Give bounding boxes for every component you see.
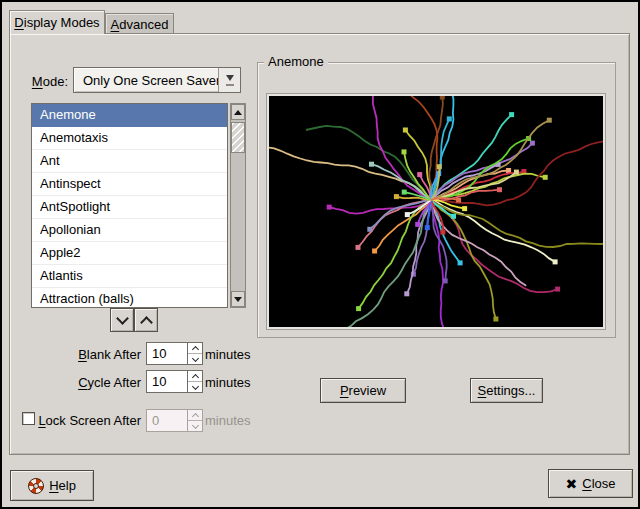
blank-after-label: Blank After [20,347,141,362]
saver-preview-screen [267,94,605,329]
blank-after-spinner[interactable]: 10 [146,342,203,365]
blank-after-unit: minutes [205,347,251,362]
lock-after-value: 0 [147,410,187,431]
settings-button-label: Settings... [478,383,536,398]
cycle-after-value[interactable]: 10 [147,371,187,392]
cycle-after-label: Cycle After [20,375,141,390]
mode-label: Mode: [20,74,68,89]
saver-list-scrollbar[interactable] [230,103,246,308]
tab-label: Display Modes [14,15,99,30]
tab-label: Advanced [111,17,169,32]
spin-up-button [188,410,202,421]
chevron-down-icon [191,354,198,361]
preview-button[interactable]: Preview [320,378,406,403]
mode-select[interactable]: Only One Screen Saver [73,67,241,93]
xscreensaver-preferences-window: Display Modes Advanced Mode: Only One Sc… [0,0,640,509]
lock-screen-checkbox[interactable] [22,412,35,425]
list-item[interactable]: Antinspect [32,173,227,196]
lock-after-unit: minutes [205,413,251,428]
list-item[interactable]: Atlantis [32,265,227,288]
close-button-label: Close [582,476,615,491]
scroll-up-button[interactable] [231,104,245,120]
saver-list[interactable]: AnemoneAnemotaxisAntAntinspectAntSpotlig… [31,103,228,308]
tab-display-modes[interactable]: Display Modes [9,10,105,34]
spin-up-button[interactable] [188,343,202,354]
list-item[interactable]: AntSpotlight [32,196,227,219]
cycle-after-spinner[interactable]: 10 [146,370,203,393]
spin-down-button [188,421,202,431]
mode-selected-value: Only One Screen Saver [74,73,218,88]
chevron-up-icon [191,412,198,419]
chevron-down-icon [218,68,240,92]
preview-frame: Anemone [257,62,616,338]
spin-down-button[interactable] [188,354,202,364]
chevron-down-icon [191,382,198,389]
blank-after-value[interactable]: 10 [147,343,187,364]
chevron-up-icon [140,316,153,329]
list-item[interactable]: Ant [32,150,227,173]
close-button[interactable]: ✖ Close [548,469,633,498]
help-button-label: Help [49,478,76,493]
anemone-preview-image [269,96,603,327]
list-item[interactable]: Anemone [32,104,227,127]
scroll-down-button[interactable] [231,291,245,307]
triangle-down-icon [234,297,242,302]
scrollbar-thumb[interactable] [231,122,245,153]
help-button[interactable]: Help [10,470,94,501]
chevron-up-icon [191,373,198,380]
list-item[interactable]: Attraction (balls) [32,288,227,308]
preview-frame-title: Anemone [264,54,328,69]
chevron-down-icon [116,312,129,325]
close-x-icon: ✖ [566,477,578,491]
tab-advanced[interactable]: Advanced [105,13,174,34]
lock-screen-label: Lock Screen After [38,413,141,428]
list-item[interactable]: Apollonian [32,219,227,242]
chevron-up-icon [191,345,198,352]
next-saver-button[interactable] [110,308,134,332]
list-item[interactable]: Apple2 [32,242,227,265]
cycle-after-unit: minutes [205,375,251,390]
settings-button[interactable]: Settings... [470,378,543,403]
lock-after-spinner: 0 [146,409,203,432]
chevron-down-icon [191,421,198,428]
previous-saver-button[interactable] [134,308,158,332]
spin-down-button[interactable] [188,382,202,392]
triangle-up-icon [234,110,242,115]
spin-up-button[interactable] [188,371,202,382]
list-item[interactable]: Anemotaxis [32,127,227,150]
preview-button-label: Preview [340,383,386,398]
lifebuoy-icon [28,478,44,494]
